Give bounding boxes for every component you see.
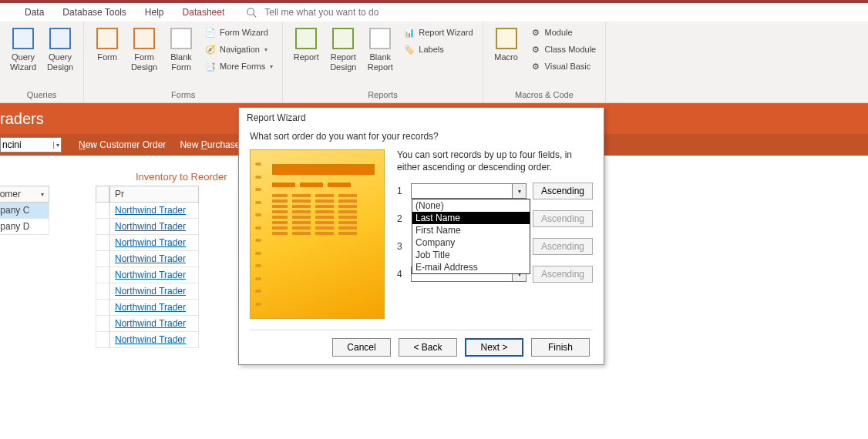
- form-icon: [95, 26, 119, 51]
- class-module-label: Class Module: [545, 45, 597, 54]
- query-wizard-icon: [11, 26, 35, 51]
- blank-form-label: Blank Form: [170, 52, 192, 72]
- query-design-icon: [48, 26, 72, 51]
- report-design-icon: [331, 26, 355, 51]
- report-design-button[interactable]: Report Design: [326, 25, 360, 74]
- table-row[interactable]: 2006 Company D: [0, 219, 49, 235]
- ribbon-group-queries: Query Wizard Query Design Queries: [0, 22, 84, 102]
- table-row[interactable]: Northwind Trader: [96, 283, 199, 300]
- form-button[interactable]: Form: [90, 25, 124, 64]
- report-wizard-button[interactable]: 📊Report Wizard: [400, 25, 476, 40]
- query-design-label: Query Design: [47, 52, 73, 72]
- table-row[interactable]: Northwind Trader: [96, 235, 199, 251]
- inventory-cell-product[interactable]: Northwind Trader: [109, 283, 199, 300]
- inventory-cell-blank: [96, 251, 109, 267]
- inventory-cell-product[interactable]: Northwind Trader: [109, 316, 199, 332]
- cancel-button[interactable]: Cancel: [332, 338, 391, 357]
- sort-index-1: 1: [397, 186, 405, 196]
- back-button[interactable]: < Back: [399, 338, 457, 357]
- report-button[interactable]: Report: [289, 25, 323, 64]
- sort-index-4: 4: [397, 269, 405, 280]
- blank-form-button[interactable]: Blank Form: [164, 25, 198, 74]
- inventory-col-product-label: Pr: [115, 189, 124, 199]
- module-icon: ⚙: [530, 26, 542, 39]
- menu-datasheet[interactable]: Datasheet: [173, 4, 234, 21]
- inventory-cell-product[interactable]: Northwind Trader: [109, 235, 199, 251]
- menu-database-tools[interactable]: Database Tools: [53, 4, 136, 21]
- dropdown-option-none[interactable]: (None): [412, 199, 530, 212]
- inventory-table: Pr Northwind TraderNorthwind TraderNorth…: [96, 186, 199, 348]
- report-preview-image: [250, 149, 385, 319]
- new-purchase-link[interactable]: New Purchase: [180, 139, 240, 150]
- menu-data[interactable]: Data: [15, 4, 53, 21]
- dropdown-option-company[interactable]: Company: [412, 236, 530, 249]
- table-row[interactable]: Northwind Trader: [96, 300, 199, 316]
- module-label: Module: [545, 28, 573, 37]
- query-design-button[interactable]: Query Design: [43, 25, 77, 74]
- dropdown-option-jobtitle[interactable]: Job Title: [412, 249, 530, 261]
- inventory-cell-product[interactable]: Northwind Trader: [109, 332, 199, 348]
- form-design-icon: [132, 26, 156, 51]
- chevron-down-icon: ▾: [264, 46, 267, 53]
- labels-button[interactable]: 🏷️Labels: [400, 42, 476, 57]
- table-row[interactable]: Northwind Trader: [96, 267, 199, 283]
- navigation-button[interactable]: 🧭Navigation▾: [201, 42, 276, 57]
- table-row[interactable]: Northwind Trader: [96, 219, 199, 235]
- table-row[interactable]: 2006 Company C: [0, 203, 49, 219]
- query-wizard-button[interactable]: Query Wizard: [6, 25, 40, 74]
- tellme-search[interactable]: [246, 5, 460, 19]
- chevron-down-icon: ▾: [41, 191, 44, 198]
- menu-help[interactable]: Help: [136, 4, 173, 21]
- ribbon-group-macros: Macro ⚙Module ⚙Class Module ⚙Visual Basi…: [483, 22, 607, 102]
- table-row[interactable]: Northwind Trader: [96, 316, 199, 332]
- form-title: raders: [0, 110, 44, 128]
- inventory-cell-blank: [96, 267, 109, 283]
- inventory-col-blank[interactable]: [96, 186, 109, 203]
- chevron-down-icon[interactable]: ▾: [512, 184, 526, 198]
- dropdown-option-firstname[interactable]: First Name: [412, 224, 530, 236]
- class-module-icon: ⚙: [530, 43, 542, 55]
- visual-basic-button[interactable]: ⚙Visual Basic: [527, 59, 600, 74]
- dialog-buttons: Cancel < Back Next > Finish: [250, 338, 593, 357]
- more-forms-button[interactable]: 📑More Forms▾: [201, 59, 276, 74]
- form-wizard-button[interactable]: 📄Form Wizard: [201, 25, 276, 40]
- labels-label: Labels: [419, 45, 443, 54]
- blank-report-button[interactable]: Blank Report: [363, 25, 397, 74]
- search-icon: [246, 7, 257, 18]
- inventory-cell-blank: [96, 219, 109, 235]
- dropdown-option-email[interactable]: E-mail Address: [412, 261, 530, 273]
- sort-description: You can sort records by up to four field…: [397, 149, 593, 173]
- orders-table: ▾ Customer▾ 2006 Company C 2006 Company …: [0, 186, 49, 348]
- more-forms-icon: 📑: [204, 60, 217, 72]
- inventory-col-product[interactable]: Pr: [109, 186, 199, 203]
- inventory-cell-product[interactable]: Northwind Trader: [109, 251, 199, 267]
- new-customer-order-link[interactable]: NNew Customer Orderew Customer Order: [79, 139, 166, 150]
- dialog-title: Report Wizard: [239, 108, 604, 128]
- sort-dir-1-button[interactable]: Ascending: [533, 183, 593, 199]
- inventory-cell-product[interactable]: Northwind Trader: [109, 267, 199, 283]
- macro-icon: [494, 26, 519, 51]
- form-wizard-icon: 📄: [204, 26, 217, 39]
- dropdown-option-lastname[interactable]: Last Name: [412, 212, 530, 224]
- table-row[interactable]: Northwind Trader: [96, 203, 199, 219]
- orders-col-customer[interactable]: Customer▾: [0, 186, 49, 203]
- macro-button[interactable]: Macro: [490, 25, 523, 64]
- module-button[interactable]: ⚙Module: [527, 25, 600, 40]
- form-design-button[interactable]: Form Design: [127, 25, 161, 74]
- navigation-label: Navigation: [220, 45, 260, 54]
- inventory-cell-blank: [96, 235, 109, 251]
- sort-field-1-combo[interactable]: ▾ (None) Last Name First Name Company Jo…: [411, 183, 527, 199]
- inventory-cell-product[interactable]: Northwind Trader: [109, 203, 199, 219]
- customer-combo[interactable]: ncini ▾: [0, 137, 62, 152]
- table-row[interactable]: Northwind Trader: [96, 332, 199, 348]
- inventory-cell-product[interactable]: Northwind Trader: [109, 300, 199, 316]
- inventory-cell-product[interactable]: Northwind Trader: [109, 219, 199, 235]
- tellme-input[interactable]: [260, 5, 460, 19]
- next-button[interactable]: Next >: [465, 338, 523, 357]
- inventory-cell-blank: [96, 316, 109, 332]
- finish-button[interactable]: Finish: [531, 338, 590, 357]
- table-row[interactable]: Northwind Trader: [96, 251, 199, 267]
- menubar: Data Database Tools Help Datasheet: [0, 3, 868, 22]
- visual-basic-label: Visual Basic: [545, 62, 591, 71]
- class-module-button[interactable]: ⚙Class Module: [527, 42, 600, 57]
